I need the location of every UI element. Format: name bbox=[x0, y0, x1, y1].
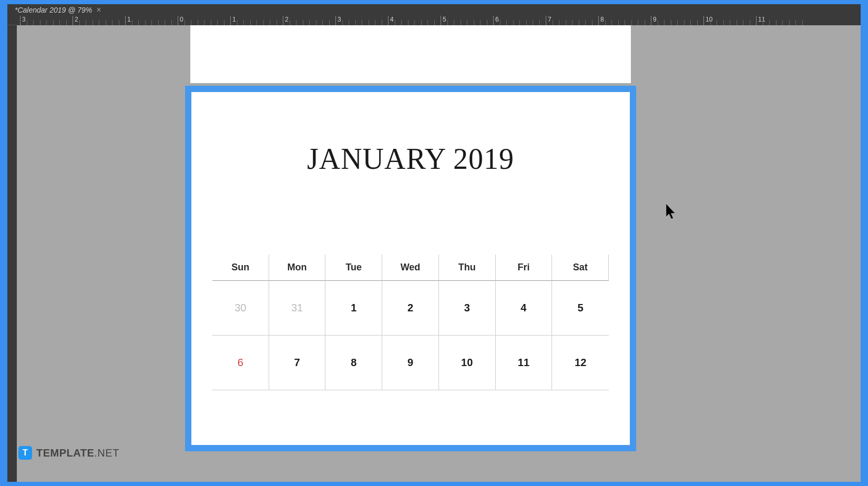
calendar-day-cell[interactable]: 7 bbox=[269, 336, 326, 390]
ruler-tick: 8 bbox=[598, 16, 604, 25]
ruler-tick: 1 bbox=[125, 16, 131, 25]
day-header: Sat bbox=[552, 255, 609, 281]
calendar-title[interactable]: JANUARY 2019 bbox=[212, 142, 609, 176]
ruler-tick: 7 bbox=[546, 16, 552, 25]
ruler-tick: 4 bbox=[388, 16, 394, 25]
watermark-logo: T TEMPLATE.NET bbox=[18, 446, 119, 460]
calendar-day-cell[interactable]: 3 bbox=[439, 281, 496, 336]
ruler-tick: 3 bbox=[335, 16, 341, 25]
logo-icon: T bbox=[18, 446, 32, 460]
day-header: Mon bbox=[269, 255, 326, 281]
day-header: Thu bbox=[439, 255, 496, 281]
ruler-tick: 0 bbox=[178, 16, 183, 25]
calendar-day-cell[interactable]: 8 bbox=[325, 336, 382, 390]
calendar-day-cell[interactable]: 6 bbox=[212, 336, 269, 390]
design-app-window: *Calendar 2019 @ 79% × 32101234567891011… bbox=[7, 4, 861, 482]
ruler-tick: 3 bbox=[20, 16, 26, 25]
calendar-document: JANUARY 2019 SunMonTueWedThuFriSat303112… bbox=[191, 92, 630, 445]
ruler-tick: 1 bbox=[230, 16, 236, 25]
logo-text: TEMPLATE.NET bbox=[36, 447, 119, 459]
ruler-tick: 10 bbox=[703, 16, 712, 25]
ruler-tick: 5 bbox=[441, 16, 446, 25]
ruler-tick: 9 bbox=[651, 16, 657, 25]
calendar-day-cell[interactable]: 1 bbox=[325, 281, 382, 336]
day-header: Wed bbox=[382, 255, 439, 281]
calendar-day-cell[interactable]: 10 bbox=[439, 336, 496, 390]
ruler-tick: 2 bbox=[73, 16, 78, 25]
ruler-tick: 6 bbox=[493, 16, 499, 25]
calendar-day-cell[interactable]: 12 bbox=[552, 336, 609, 390]
document-tab[interactable]: *Calendar 2019 @ 79% × bbox=[11, 4, 106, 16]
canvas-area[interactable]: JANUARY 2019 SunMonTueWedThuFriSat303112… bbox=[17, 25, 861, 482]
calendar-day-cell[interactable]: 4 bbox=[496, 281, 553, 336]
ruler-tick: 11 bbox=[756, 16, 765, 25]
day-header: Sun bbox=[212, 255, 269, 281]
calendar-grid[interactable]: SunMonTueWedThuFriSat3031123456789101112 bbox=[212, 255, 609, 390]
calendar-day-cell[interactable]: 9 bbox=[382, 336, 439, 390]
horizontal-ruler[interactable]: 32101234567891011 bbox=[7, 16, 861, 25]
close-icon[interactable]: × bbox=[96, 5, 101, 15]
day-header: Tue bbox=[325, 255, 382, 281]
previous-page-bottom bbox=[190, 25, 631, 83]
calendar-day-cell[interactable]: 2 bbox=[382, 281, 439, 336]
vertical-ruler[interactable] bbox=[7, 25, 17, 482]
tab-title: *Calendar 2019 @ 79% bbox=[15, 6, 92, 14]
selected-page-frame[interactable]: JANUARY 2019 SunMonTueWedThuFriSat303112… bbox=[185, 86, 636, 451]
day-header: Fri bbox=[496, 255, 553, 281]
ruler-tick: 2 bbox=[283, 16, 289, 25]
calendar-day-cell[interactable]: 11 bbox=[496, 336, 553, 390]
workspace: JANUARY 2019 SunMonTueWedThuFriSat303112… bbox=[7, 25, 861, 482]
calendar-day-cell[interactable]: 31 bbox=[269, 281, 326, 336]
tab-bar: *Calendar 2019 @ 79% × bbox=[7, 4, 861, 16]
calendar-day-cell[interactable]: 5 bbox=[552, 281, 609, 336]
calendar-day-cell[interactable]: 30 bbox=[212, 281, 269, 336]
